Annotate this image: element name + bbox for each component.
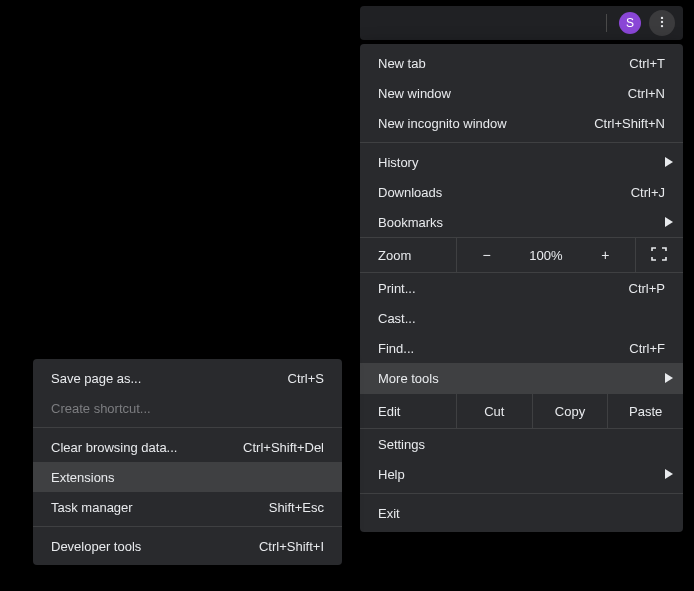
chevron-right-icon [665, 157, 673, 167]
menu-label: More tools [378, 371, 665, 386]
menu-item-print[interactable]: Print... Ctrl+P [360, 273, 683, 303]
toolbar-divider [606, 14, 607, 32]
menu-item-new-tab[interactable]: New tab Ctrl+T [360, 48, 683, 78]
chevron-right-icon [665, 373, 673, 383]
zoom-value-text: 100% [529, 248, 562, 263]
zoom-out-button[interactable]: − [456, 238, 516, 272]
cut-label: Cut [484, 404, 504, 419]
submenu-item-dev-tools[interactable]: Developer tools Ctrl+Shift+I [33, 531, 342, 561]
menu-shortcut: Ctrl+J [631, 185, 665, 200]
edit-label: Edit [360, 404, 456, 419]
menu-shortcut: Ctrl+F [629, 341, 665, 356]
menu-shortcut: Shift+Esc [269, 500, 324, 515]
menu-label: New incognito window [378, 116, 594, 131]
edit-row: Edit Cut Copy Paste [360, 393, 683, 429]
menu-label: Create shortcut... [51, 401, 324, 416]
menu-item-exit[interactable]: Exit [360, 498, 683, 528]
menu-shortcut: Ctrl+N [628, 86, 665, 101]
main-menu: New tab Ctrl+T New window Ctrl+N New inc… [360, 44, 683, 532]
menu-shortcut: Ctrl+Shift+Del [243, 440, 324, 455]
menu-shortcut: Ctrl+P [629, 281, 665, 296]
browser-toolbar: S [360, 6, 683, 40]
menu-label: Task manager [51, 500, 269, 515]
three-dots-icon [655, 15, 669, 32]
svg-point-0 [661, 16, 663, 18]
menu-item-help[interactable]: Help [360, 459, 683, 489]
menu-shortcut: Ctrl+S [288, 371, 324, 386]
zoom-label: Zoom [360, 248, 456, 263]
cut-button[interactable]: Cut [456, 394, 532, 428]
menu-shortcut: Ctrl+T [629, 56, 665, 71]
paste-label: Paste [629, 404, 662, 419]
plus-icon: + [601, 247, 609, 263]
copy-button[interactable]: Copy [532, 394, 608, 428]
menu-item-bookmarks[interactable]: Bookmarks [360, 207, 683, 237]
menu-label: Cast... [378, 311, 665, 326]
profile-avatar[interactable]: S [619, 12, 641, 34]
svg-point-1 [661, 20, 663, 22]
submenu-item-clear-data[interactable]: Clear browsing data... Ctrl+Shift+Del [33, 432, 342, 462]
zoom-in-button[interactable]: + [576, 238, 635, 272]
fullscreen-icon [651, 247, 667, 264]
chevron-right-icon [665, 217, 673, 227]
menu-label: Find... [378, 341, 629, 356]
menu-item-new-incognito[interactable]: New incognito window Ctrl+Shift+N [360, 108, 683, 138]
menu-label: Save page as... [51, 371, 288, 386]
menu-shortcut: Ctrl+Shift+N [594, 116, 665, 131]
menu-label: History [378, 155, 665, 170]
menu-label: Help [378, 467, 665, 482]
submenu-item-save-page[interactable]: Save page as... Ctrl+S [33, 363, 342, 393]
menu-label: Bookmarks [378, 215, 665, 230]
separator [360, 493, 683, 494]
menu-item-new-window[interactable]: New window Ctrl+N [360, 78, 683, 108]
submenu-item-extensions[interactable]: Extensions [33, 462, 342, 492]
menu-label: Downloads [378, 185, 631, 200]
menu-label: New window [378, 86, 628, 101]
chevron-right-icon [665, 469, 673, 479]
menu-item-cast[interactable]: Cast... [360, 303, 683, 333]
zoom-value: 100% [516, 238, 575, 272]
separator [360, 142, 683, 143]
menu-item-settings[interactable]: Settings [360, 429, 683, 459]
svg-point-2 [661, 24, 663, 26]
menu-label: Clear browsing data... [51, 440, 243, 455]
menu-label: Extensions [51, 470, 324, 485]
menu-label: Print... [378, 281, 629, 296]
more-tools-submenu: Save page as... Ctrl+S Create shortcut..… [33, 359, 342, 565]
copy-label: Copy [555, 404, 585, 419]
paste-button[interactable]: Paste [607, 394, 683, 428]
submenu-item-task-manager[interactable]: Task manager Shift+Esc [33, 492, 342, 522]
menu-label: New tab [378, 56, 629, 71]
menu-label: Settings [378, 437, 665, 452]
menu-item-more-tools[interactable]: More tools [360, 363, 683, 393]
svg-marker-6 [665, 469, 673, 479]
fullscreen-button[interactable] [635, 238, 683, 272]
separator [33, 526, 342, 527]
zoom-row: Zoom − 100% + [360, 237, 683, 273]
menu-item-downloads[interactable]: Downloads Ctrl+J [360, 177, 683, 207]
menu-shortcut: Ctrl+Shift+I [259, 539, 324, 554]
svg-marker-3 [665, 157, 673, 167]
svg-marker-5 [665, 373, 673, 383]
separator [33, 427, 342, 428]
svg-marker-4 [665, 217, 673, 227]
minus-icon: − [483, 247, 491, 263]
menu-item-history[interactable]: History [360, 147, 683, 177]
menu-label: Developer tools [51, 539, 259, 554]
menu-label: Exit [378, 506, 665, 521]
submenu-item-create-shortcut: Create shortcut... [33, 393, 342, 423]
menu-item-find[interactable]: Find... Ctrl+F [360, 333, 683, 363]
menu-button[interactable] [649, 10, 675, 36]
